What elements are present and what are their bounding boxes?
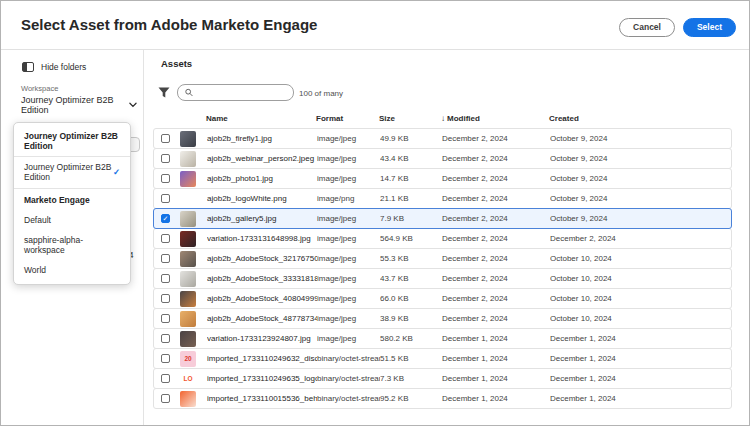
hide-folders-button[interactable]: Hide folders	[22, 62, 86, 72]
table-header: NameFormatSize↓ModifiedCreated	[153, 111, 732, 126]
row-checkbox[interactable]	[161, 134, 170, 143]
table-row[interactable]: ajob2b_logoWhite.pngimage/png21.1 KBDece…	[153, 188, 732, 209]
menu-item[interactable]: Journey Optimizer B2B Edition✓	[14, 157, 130, 187]
asset-modified: December 2, 2024	[442, 314, 550, 323]
menu-section-header: Marketo Engage	[14, 190, 130, 210]
asset-size: 43.7 KB	[380, 274, 442, 283]
thumbnail-cell	[180, 171, 207, 187]
asset-size: 7.9 KB	[380, 214, 442, 223]
row-checkbox[interactable]	[161, 394, 170, 403]
asset-modified: December 2, 2024	[442, 134, 550, 143]
table-row[interactable]: 20imported_1733110249632_discount.pngbin…	[153, 348, 732, 369]
asset-format: image/jpeg	[317, 314, 380, 323]
column-header-name[interactable]: Name	[206, 114, 316, 123]
asset-format: image/jpeg	[317, 174, 380, 183]
table-row[interactable]: ajob2b_AdobeStock_408049995.jpgimage/jpe…	[153, 288, 732, 309]
table-row[interactable]: ajob2b_AdobeStock_487787346.jpgimage/jpe…	[153, 308, 732, 329]
thumbnail-cell	[180, 331, 207, 347]
select-cell	[154, 174, 180, 183]
asset-size: 7.3 KB	[380, 374, 442, 383]
table-row[interactable]: ✓ajob2b_gallery5.jpgimage/jpeg7.9 KBDece…	[153, 208, 732, 229]
menu-section-header: Journey Optimizer B2B Edition	[14, 126, 130, 157]
row-checkbox[interactable]	[161, 334, 170, 343]
table-row[interactable]: ajob2b_photo1.jpgimage/jpeg14.7 KBDecemb…	[153, 168, 732, 189]
asset-name: ajob2b_AdobeStock_321767506.jpg	[207, 254, 317, 263]
select-cell	[154, 354, 180, 363]
sort-descending-icon: ↓	[441, 114, 445, 123]
row-checkbox[interactable]	[161, 194, 170, 203]
cancel-button[interactable]: Cancel	[619, 18, 675, 37]
row-checkbox[interactable]	[161, 254, 170, 263]
menu-item[interactable]: World	[14, 260, 130, 280]
select-cell	[154, 334, 180, 343]
column-header-format[interactable]: Format	[316, 114, 379, 123]
column-header-created[interactable]: Created	[549, 114, 732, 123]
assets-panel: Assets 100 of many NameFormatSize↓Modifi…	[153, 50, 749, 425]
menu-item[interactable]: sapphire-alpha-workspace	[14, 230, 130, 260]
asset-size: 95.2 KB	[380, 394, 442, 403]
table-row[interactable]: ajob2b_webinar_person2.jpegimage/jpeg43.…	[153, 148, 732, 169]
select-cell	[154, 394, 180, 403]
asset-size: 43.4 KB	[380, 154, 442, 163]
table-row[interactable]: ajob2b_AdobeStock_321767506.jpgimage/jpe…	[153, 248, 732, 269]
column-header-modified[interactable]: ↓Modified	[441, 114, 549, 123]
row-checkbox[interactable]	[161, 174, 170, 183]
asset-created: October 10, 2024	[550, 294, 731, 303]
thumbnail-cell	[180, 271, 207, 287]
table-row[interactable]: variation-1733123924807.jpgimage/jpeg580…	[153, 328, 732, 349]
table-row[interactable]: ajob2b_AdobeStock_333318184.jpgimage/jpe…	[153, 268, 732, 289]
row-checkbox[interactable]	[161, 354, 170, 363]
workspace-dropdown[interactable]: Journey Optimizer B2B Edition	[21, 95, 137, 115]
thumbnail-cell	[180, 291, 207, 307]
row-checkbox[interactable]	[161, 314, 170, 323]
table-row[interactable]: LOimported_1733110249635_logo.pngbinary/…	[153, 368, 732, 389]
asset-name: ajob2b_AdobeStock_487787346.jpg	[207, 314, 317, 323]
row-checkbox[interactable]	[161, 274, 170, 283]
asset-created: December 2, 2024	[550, 234, 731, 243]
asset-format: binary/octet-stream	[317, 374, 380, 383]
select-cell	[154, 274, 180, 283]
asset-format: image/jpeg	[317, 254, 380, 263]
row-checkbox[interactable]: ✓	[161, 214, 170, 223]
asset-name: ajob2b_photo1.jpg	[207, 174, 317, 183]
select-cell	[154, 294, 180, 303]
row-checkbox[interactable]	[161, 374, 170, 383]
table-row[interactable]: ajob2b_firefly1.jpgimage/jpeg49.9 KBDece…	[153, 128, 732, 149]
asset-modified: December 2, 2024	[442, 214, 550, 223]
asset-size: 14.7 KB	[380, 174, 442, 183]
asset-created: October 9, 2024	[550, 214, 731, 223]
menu-item[interactable]: Default	[14, 210, 130, 230]
select-cell: ✓	[154, 214, 180, 223]
asset-thumbnail	[180, 131, 196, 147]
asset-name: ajob2b_logoWhite.png	[207, 194, 317, 203]
asset-format: image/jpeg	[317, 274, 380, 283]
asset-modified: December 2, 2024	[442, 294, 550, 303]
column-label: Name	[206, 114, 228, 123]
thumbnail-cell: 20	[180, 351, 207, 367]
thumbnail-cell	[180, 311, 207, 327]
menu-item-label: Journey Optimizer B2B Edition	[24, 162, 113, 182]
table-row[interactable]: imported_1733110015536_behance_8th_rbina…	[153, 388, 732, 409]
row-checkbox[interactable]	[161, 234, 170, 243]
asset-format: image/jpeg	[317, 154, 380, 163]
row-checkbox[interactable]	[161, 294, 170, 303]
asset-name: ajob2b_firefly1.jpg	[207, 134, 317, 143]
header-actions: Cancel Select	[619, 18, 736, 37]
select-button[interactable]: Select	[683, 18, 736, 37]
asset-created: October 9, 2024	[550, 174, 731, 183]
workspace-label: Workspace	[21, 84, 58, 93]
asset-thumbnail	[180, 311, 196, 327]
row-checkbox[interactable]	[161, 154, 170, 163]
asset-thumbnail	[180, 191, 196, 207]
filter-button[interactable]	[156, 86, 172, 100]
asset-thumbnail	[180, 171, 196, 187]
column-header-size[interactable]: Size	[379, 114, 441, 123]
asset-thumbnail	[180, 271, 196, 287]
asset-format: image/jpeg	[317, 214, 380, 223]
asset-format: image/png	[317, 194, 380, 203]
chevron-down-icon	[129, 102, 137, 108]
table-row[interactable]: variation-1733131648998.jpgimage/jpeg564…	[153, 228, 732, 249]
search-input[interactable]	[197, 88, 286, 97]
search-box[interactable]	[177, 84, 294, 101]
asset-format: binary/octet-stream	[317, 394, 380, 403]
